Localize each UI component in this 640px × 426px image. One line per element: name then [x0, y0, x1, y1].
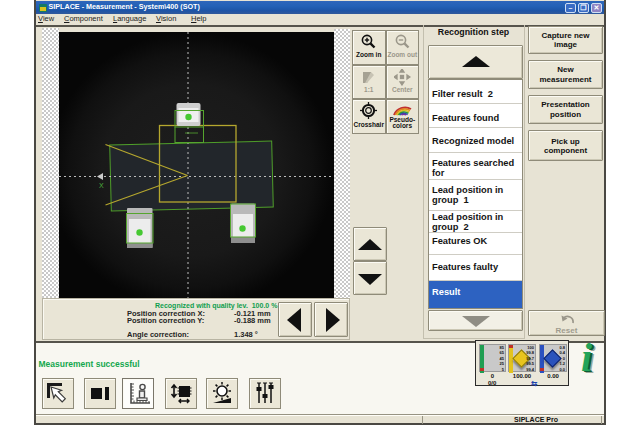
svg-text:X: X: [99, 182, 104, 189]
svg-text:i: i: [581, 340, 592, 376]
